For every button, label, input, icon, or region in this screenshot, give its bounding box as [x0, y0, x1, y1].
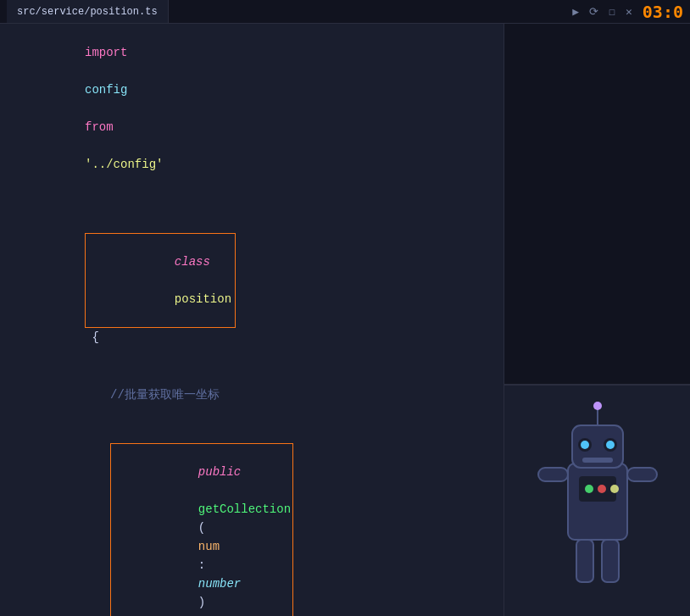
- comment-batch: //批量获取唯一坐标: [110, 388, 220, 402]
- code-area: import config from '../config' class: [0, 24, 690, 616]
- line-2: [0, 193, 504, 214]
- class-name-position: position: [175, 292, 231, 306]
- timer-display: 03:0: [643, 2, 683, 22]
- kw-from: from: [85, 120, 114, 134]
- svg-point-5: [606, 441, 615, 449]
- svg-rect-7: [538, 468, 568, 481]
- maximize-button[interactable]: ☐: [609, 5, 615, 19]
- tab-label: src/service/position.ts: [17, 6, 158, 18]
- svg-point-16: [593, 402, 602, 410]
- titlebar: src/service/position.ts ▶ ⟳ ☐ ✕ 03:0: [0, 0, 690, 24]
- line-3: class position {: [0, 214, 504, 366]
- refresh-button[interactable]: ⟳: [589, 5, 598, 19]
- import-path: '../config': [85, 158, 163, 171]
- svg-point-14: [610, 485, 619, 493]
- param-num: num: [198, 540, 220, 553]
- line-4: //批量获取唯一坐标: [0, 366, 504, 424]
- close-button[interactable]: ✕: [626, 5, 632, 19]
- line-1: import config from '../config': [0, 24, 504, 193]
- right-panel-bottom: [504, 384, 690, 616]
- kw-import: import: [85, 46, 127, 59]
- kw-class: class: [175, 255, 210, 269]
- robot-illustration: [521, 396, 674, 608]
- window-controls: ▶ ⟳ ☐ ✕ 03:0: [572, 2, 683, 22]
- svg-point-13: [598, 485, 606, 493]
- fn-getCollection: getCollection: [198, 502, 291, 516]
- svg-point-12: [585, 485, 593, 493]
- svg-point-3: [581, 441, 589, 449]
- line-5: public getCollection ( num : number ) {: [0, 424, 504, 616]
- svg-rect-6: [582, 458, 613, 463]
- right-panel: [504, 24, 690, 616]
- svg-rect-10: [602, 540, 619, 582]
- svg-rect-8: [627, 468, 657, 481]
- run-button[interactable]: ▶: [572, 5, 579, 19]
- svg-rect-9: [576, 540, 593, 582]
- config-name: config: [85, 83, 127, 97]
- editor-tab[interactable]: src/service/position.ts: [7, 0, 169, 23]
- right-panel-top: [504, 24, 690, 384]
- kw-public: public: [198, 465, 241, 479]
- code-editor[interactable]: import config from '../config' class: [0, 24, 504, 616]
- type-number: number: [198, 577, 241, 591]
- code-content: import config from '../config' class: [0, 24, 504, 616]
